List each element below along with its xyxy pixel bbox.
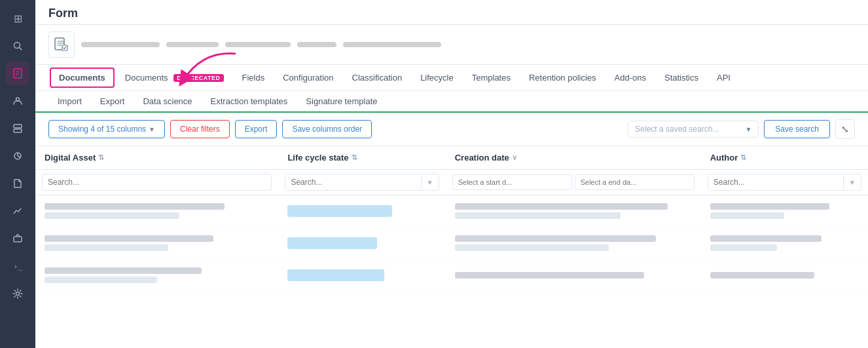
search-cell-author: ▼	[701, 170, 868, 195]
end-date-input[interactable]	[575, 174, 695, 190]
columns-button[interactable]: Showing 4 of 15 columns ▼	[48, 120, 165, 138]
page-header: Form	[35, 0, 868, 25]
search-cell-creation	[446, 170, 701, 195]
svg-rect-7	[14, 125, 22, 128]
cell-digital-2	[35, 227, 278, 260]
cell-author-2	[701, 227, 868, 260]
toolbar: Showing 4 of 15 columns ▼ Clear filters …	[35, 113, 868, 146]
search-input-author[interactable]	[708, 174, 843, 190]
saved-search-dropdown[interactable]: Select a saved search... ▼	[628, 121, 759, 138]
document-icon[interactable]	[6, 172, 29, 195]
cell-digital-1	[35, 195, 278, 227]
tab-templates[interactable]: Templates	[463, 66, 520, 90]
svg-line-11	[18, 156, 20, 157]
tab-configuration[interactable]: Configuration	[274, 66, 342, 90]
tab-statistics[interactable]: Statistics	[655, 66, 708, 90]
sort-icon-creation: ∨	[512, 153, 517, 162]
cell-lifecycle-2	[278, 227, 445, 260]
save-columns-button[interactable]: Save columns order	[282, 120, 372, 138]
lifecycle-search-wrap: ▼	[285, 174, 439, 191]
tab-fields[interactable]: Fields	[233, 66, 274, 90]
form-meta-line-4	[297, 42, 336, 47]
users-icon[interactable]	[6, 89, 29, 113]
toolbar-right: Select a saved search... ▼ Save search ⤡	[628, 119, 855, 139]
toolbar-left: Showing 4 of 15 columns ▼ Clear filters …	[48, 120, 623, 138]
table-area[interactable]: Digital Asset ⇅ Life cycle state ⇅ Creat…	[35, 146, 868, 348]
saved-search-placeholder: Select a saved search...	[635, 125, 740, 134]
tab-lifecycle[interactable]: Lifecycle	[411, 66, 463, 90]
svg-rect-8	[14, 129, 22, 132]
cell-creation-2	[446, 227, 701, 260]
date-range-inputs	[452, 174, 695, 190]
search-icon[interactable]	[6, 34, 29, 58]
tab-import[interactable]: Import	[48, 91, 91, 111]
th-creation-date[interactable]: Creation date ∨	[446, 146, 701, 170]
svg-point-13	[16, 292, 20, 296]
tab-extraction[interactable]: Extraction templates	[202, 91, 297, 111]
cell-author-3	[701, 260, 868, 292]
cell-author-1	[701, 195, 868, 227]
graph-icon[interactable]	[6, 144, 29, 168]
tab-retention[interactable]: Retention policies	[520, 66, 606, 90]
briefcase-icon[interactable]	[6, 227, 29, 250]
form-meta-line-1	[81, 42, 160, 47]
form-meta-line-3	[225, 42, 291, 47]
start-date-input[interactable]	[452, 174, 572, 190]
tab-signature[interactable]: Signature template	[297, 91, 386, 111]
layers-icon[interactable]	[6, 117, 29, 140]
form-meta-line-2	[166, 42, 219, 47]
cell-lifecycle-3	[278, 260, 445, 292]
table-header-row: Digital Asset ⇅ Life cycle state ⇅ Creat…	[35, 146, 868, 170]
clear-filters-button[interactable]: Clear filters	[170, 120, 230, 138]
table-row	[35, 227, 868, 260]
sort-icon-digital: ⇅	[98, 153, 104, 162]
cell-creation-1	[446, 195, 701, 227]
form-meta	[81, 42, 855, 47]
th-lifecycle[interactable]: Life cycle state ⇅	[278, 146, 445, 170]
tab-documents-deprecated[interactable]: Documents DEPRECATED	[116, 66, 233, 90]
home-icon[interactable]: ⊞	[6, 7, 29, 30]
search-input-lifecycle[interactable]	[285, 174, 420, 190]
tab-documents-active[interactable]: Documents	[50, 68, 115, 88]
search-cell-lifecycle: ▼	[278, 170, 445, 195]
save-search-button[interactable]: Save search	[764, 120, 830, 138]
search-cell-digital	[35, 170, 278, 195]
search-row: ▼ ▼	[35, 170, 868, 195]
page-title: Form	[48, 7, 78, 20]
cell-digital-3	[35, 260, 278, 292]
sort-icon-author: ⇅	[740, 153, 746, 162]
sort-icon-lifecycle: ⇅	[352, 153, 357, 162]
secondary-tabs: Import Export Data science Extraction te…	[35, 91, 868, 113]
svg-line-1	[20, 48, 22, 50]
cell-creation-3	[446, 260, 701, 292]
author-chevron-icon: ▼	[843, 176, 861, 189]
th-digital-asset[interactable]: Digital Asset ⇅	[35, 146, 278, 170]
lifecycle-chevron-icon: ▼	[421, 176, 439, 189]
search-input-digital[interactable]	[42, 174, 272, 191]
author-search-wrap: ▼	[708, 174, 861, 191]
main-content: Form	[35, 0, 868, 348]
forms-icon[interactable]	[6, 62, 29, 85]
th-author[interactable]: Author ⇅	[701, 146, 868, 170]
sidebar: ⊞	[0, 0, 35, 348]
form-document-icon	[48, 31, 75, 58]
export-button[interactable]: Export	[235, 120, 278, 138]
table-row	[35, 260, 868, 292]
tab-data-science[interactable]: Data science	[134, 91, 201, 111]
table-row	[35, 195, 868, 227]
form-meta-line-5	[343, 42, 441, 47]
saved-search-chevron-icon: ▼	[745, 126, 751, 133]
form-header	[35, 25, 868, 65]
tab-export[interactable]: Export	[91, 91, 134, 111]
tab-classification[interactable]: Classification	[343, 66, 412, 90]
chevron-down-icon: ▼	[149, 126, 155, 133]
deprecated-badge: DEPRECATED	[173, 74, 223, 82]
expand-button[interactable]: ⤡	[835, 119, 855, 139]
tab-api[interactable]: API	[708, 66, 740, 90]
primary-tabs: Documents Documents DEPRECATED Fields Co…	[35, 65, 868, 91]
cell-lifecycle-1	[278, 195, 445, 227]
terminal-icon[interactable]: ›_	[6, 254, 29, 278]
chart-icon[interactable]	[6, 199, 29, 223]
tab-addons[interactable]: Add-ons	[606, 66, 655, 90]
settings-icon[interactable]	[6, 282, 29, 305]
